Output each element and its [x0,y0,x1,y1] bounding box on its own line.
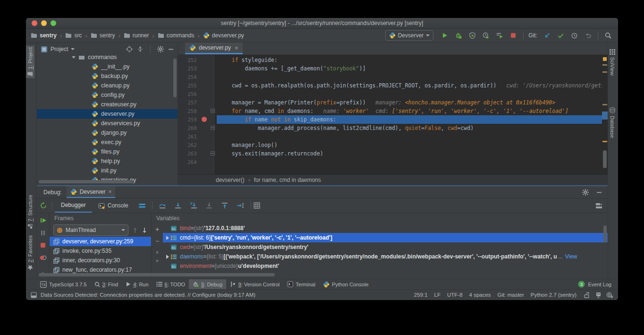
tree-item-devservices.py[interactable]: devservices.py [37,119,178,128]
hide-debug-panel-button[interactable] [596,189,602,195]
variable-row-daemons[interactable]: daemons = {list: 5} [('webpack', ['/User… [163,252,608,261]
concurrency-button[interactable] [493,30,506,41]
toolwindow-button-version-control[interactable]: 9: Version Control [226,279,283,289]
remove-watch-button[interactable]: − [155,237,159,245]
tool-window-switcher-icon[interactable] [31,292,37,298]
titlebar[interactable]: sentry [~/getsentry/sentry] - .../src/se… [26,18,618,29]
toolwindow-button-terminal[interactable]: Terminal [283,279,319,289]
update-project-button[interactable] [541,30,553,41]
tree-item-cleanup.py[interactable]: cleanup.py [37,81,178,90]
code-line-261[interactable]: 261 [178,132,602,141]
view-value-link[interactable]: View [565,253,577,260]
layout-bars-icon[interactable] [138,203,146,208]
resume-button[interactable] [40,217,46,223]
toolwindow-button-python-console[interactable]: Python Console [319,279,373,289]
code-line-257[interactable]: 257 manager = Manager(Printer(prefix=pre… [178,98,602,107]
thread-selector[interactable]: MainThread [53,224,128,236]
expand-arrow-icon[interactable] [165,236,170,240]
add-watch-button[interactable]: + [155,225,159,233]
close-session-icon[interactable]: × [108,189,111,195]
status-message[interactable]: Data Sources Detected: Connection proper… [41,292,255,298]
breadcrumb-statement[interactable]: for name, cmd in daemons [254,177,321,183]
expand-arrow-icon[interactable] [165,255,170,259]
git-branch[interactable]: Git: master [498,292,524,298]
tree-item-files.py[interactable]: files.py [37,147,178,156]
variables-vertical-scrollbar[interactable] [603,225,607,242]
project-vertical-scrollbar[interactable] [173,59,177,97]
breakpoint-icon[interactable] [202,117,207,122]
coverage-button[interactable] [466,30,478,41]
tab-debugger[interactable]: Debugger [55,198,92,213]
frame-item[interactable]: inner, decorators.py:30 [50,256,151,265]
frame-item[interactable]: invoke, core.py:535 [50,246,151,256]
breadcrumb-item-runner[interactable]: runner [123,32,150,39]
variable-row-bind[interactable]: 01bind = {str} '127.0.0.1:8888' [163,223,608,233]
editor-vertical-scrollbar[interactable] [603,150,607,168]
minimize-window-button[interactable] [41,20,47,26]
git-history-button[interactable] [568,30,580,41]
rerun-button[interactable] [37,202,50,209]
pause-button[interactable] [40,230,46,236]
tree-item-config.py[interactable]: config.py [37,90,178,100]
toolwindow-button-todo[interactable]: 6: TODO [153,279,189,289]
force-step-into-button[interactable] [190,202,197,209]
next-frame-button[interactable] [142,227,147,233]
toolwindow-button-debug[interactable]: 5: Debug [189,279,226,289]
editor-tab-devserver[interactable]: devserver.py × [185,43,243,54]
fold-marker-icon[interactable] [211,109,215,113]
breadcrumb-item-devserver.py[interactable]: devserver.py [202,32,245,39]
tool-strip-button-project[interactable]: 1: Project [26,45,34,78]
code-line-254[interactable]: 254 [178,73,602,81]
event-log-button[interactable]: 3Event Log [578,281,611,288]
tree-item-exec.py[interactable]: exec.py [37,137,178,147]
debug-button[interactable] [452,30,465,41]
tree-item-django.py[interactable]: django.py [37,128,178,137]
profile-button[interactable] [480,30,492,41]
toolwindow-button-typescript-3-7-5[interactable]: TSTypeScript 3.7.5 [36,279,91,289]
debug-session-tab[interactable]: Devserver × [67,186,116,198]
rollback-button[interactable] [582,30,594,41]
tool-strip-button-sciview[interactable]: SciView [608,47,617,77]
code-line-255[interactable]: 255 cwd = os.path.realpath(os.path.join(… [178,81,602,90]
breadcrumb-item-commands[interactable]: commands [157,32,195,39]
code-line-263[interactable]: 263 sys.exit(manager.returncode) [178,149,602,158]
search-everywhere-button[interactable] [602,30,614,41]
run-to-cursor-button[interactable] [237,202,245,209]
variable-row-environment[interactable]: 01environment = {unicode} u'development' [163,261,608,271]
variable-row-cwd[interactable]: 01cwd = {str} '/Users/ryanskonnord/getse… [163,242,608,252]
tree-item-backup.py[interactable]: backup.py [37,71,178,81]
tree-item-createuser.py[interactable]: createuser.py [37,100,178,109]
inspections-widget-icon[interactable] [595,292,602,298]
step-out-button[interactable] [221,202,229,209]
tree-item-help.py[interactable]: help.py [37,156,178,166]
close-tab-icon[interactable]: × [235,44,238,52]
step-into-button[interactable] [174,202,182,209]
project-settings-gear-icon[interactable] [157,46,164,52]
code-line-253[interactable]: 253 daemons += [_get_daemon("storybook")… [178,64,602,73]
code-line-256[interactable]: 256 [178,90,602,98]
line-separator[interactable]: LF [434,292,441,298]
breadcrumb-item-sentry[interactable]: sentry [90,32,116,39]
tree-item-init.py[interactable]: init.py [37,166,178,175]
breadcrumb-function[interactable]: devserver() [216,177,245,183]
evaluate-expression-button[interactable] [254,202,260,209]
restore-layout-button[interactable] [595,203,608,209]
toolwindow-button-find[interactable]: 3: Find [91,279,122,289]
hide-panel-button[interactable] [168,46,174,52]
step-into-my-code-button[interactable] [205,202,213,209]
fullscreen-window-button[interactable] [51,20,56,26]
code-line-252[interactable]: 252 if styleguide: [178,56,602,64]
tree-item-commands[interactable]: commands [37,56,178,62]
project-horizontal-scrollbar[interactable] [39,180,133,183]
editor-error-stripe[interactable] [602,55,608,174]
tool-strip-button-favorites[interactable]: 2: Favorites [26,233,34,272]
toolwindow-button-run[interactable]: 4: Run [122,279,152,289]
frame-item[interactable]: devserver, devserver.py:259 [50,237,151,246]
python-interpreter[interactable]: Python 2.7 (sentry) [531,292,576,298]
move-down-button[interactable]: ▼ [155,258,160,264]
tool-strip-button-structure[interactable]: 7: Structure [26,193,34,231]
breadcrumb-item-src[interactable]: src [64,32,83,39]
tab-console[interactable]: Console [92,198,135,213]
caret-position[interactable]: 259:1 [414,292,428,298]
collapse-all-button[interactable] [137,46,144,52]
